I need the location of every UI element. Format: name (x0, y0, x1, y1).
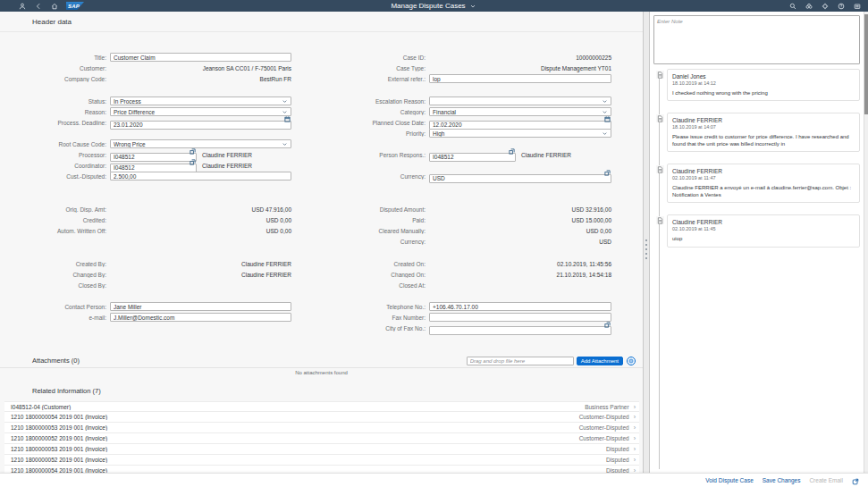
value-help-icon[interactable] (508, 147, 515, 155)
escalation-reason-select[interactable] (429, 97, 611, 105)
orig-disp-value: USD 47.916,00 (110, 206, 291, 213)
telephone-input[interactable] (429, 302, 611, 311)
copilot-binoculars-icon[interactable] (805, 2, 813, 10)
app-title: Manage Dispute Cases (391, 2, 465, 10)
person-respons-input[interactable] (429, 153, 516, 162)
footer-toolbar: Void Dispute Case Save Changes Create Em… (0, 473, 868, 487)
process-deadline-input[interactable] (110, 121, 291, 130)
city-fax-label: City of Fax No.: (347, 325, 429, 332)
related-item-invoice[interactable]: 1210 1800000053 2019 001 (Invoice)Disput… (4, 444, 639, 455)
scrollbar-thumb[interactable] (864, 14, 868, 114)
disputed-amount-value: USD 32.916,00 (429, 206, 611, 213)
status-select[interactable]: In Process (110, 97, 291, 105)
value-help-icon[interactable] (603, 321, 611, 328)
calendar-icon[interactable] (283, 115, 291, 122)
related-item-invoice[interactable]: 1210 1800000053 2019 001 (Invoice)Custom… (4, 423, 639, 433)
created-by-label: Created By: (29, 261, 110, 267)
chevron-right-icon: › (634, 424, 636, 431)
planned-close-input[interactable] (429, 121, 611, 130)
attachments-title: Attachments (0) (32, 357, 467, 365)
planned-close-label: Planned Close Date: (347, 120, 429, 126)
changed-by-label: Changed By: (29, 272, 110, 278)
splitter-grip-icon (645, 239, 647, 259)
panel-splitter[interactable] (643, 12, 650, 487)
created-on-label: Created On: (347, 261, 429, 267)
notes-timeline-line (659, 71, 660, 469)
search-icon[interactable] (788, 2, 796, 10)
note-card[interactable]: Claudine FERRIER 18.10.2019 at 14:07 Ple… (667, 113, 860, 152)
company-code-label: Company Code: (29, 76, 110, 82)
chevron-right-icon: › (634, 457, 636, 463)
note-card[interactable]: Claudine FERRIER 02.10.2019 at 11:47 Cla… (667, 164, 860, 203)
paid-value: USD 15.000,00 (429, 217, 611, 223)
related-item-invoice[interactable]: 1210 1800000052 2019 001 (Invoice)Custom… (4, 433, 639, 444)
created-by-value: Claudine FERRIER (110, 261, 291, 267)
note-document-icon (656, 71, 664, 79)
coordinator-input[interactable] (110, 164, 197, 172)
city-fax-input[interactable] (429, 326, 611, 335)
note-document-icon (656, 114, 664, 122)
void-dispute-case-button[interactable]: Void Dispute Case (705, 477, 753, 483)
value-help-icon[interactable] (189, 158, 196, 165)
disputed-amount-label: Disputed Amount: (347, 206, 429, 213)
sap-logo: SAP (66, 2, 84, 10)
cust-disputed-label: Cust.-Disputed: (29, 173, 110, 180)
case-id-value: 10000000225 (429, 55, 611, 61)
orig-disp-label: Orig. Disp. Amt: (29, 206, 110, 213)
user-icon[interactable] (18, 2, 26, 10)
chevron-right-icon: › (634, 404, 636, 410)
reason-label: Reason: (29, 109, 110, 115)
processor-label: Processor: (29, 152, 110, 158)
note-card[interactable]: Claudine FERRIER 02.10.2019 at 11:45 uio… (667, 214, 860, 247)
open-in-new-window-icon[interactable] (852, 473, 859, 487)
note-card[interactable]: Daniel Jones 18.10.2019 at 14:12 I check… (667, 69, 860, 101)
changed-on-value: 21.10.2019, 14:54:18 (429, 272, 611, 278)
related-information-list: I048512-04 (Customer)Business Partner› 1… (4, 401, 639, 476)
value-help-icon[interactable] (189, 147, 196, 155)
related-item-invoice[interactable]: 1210 1800000054 2019 001 (Invoice)Custom… (4, 412, 639, 423)
credited-label: Credited: (29, 217, 110, 223)
external-ref-input[interactable] (429, 74, 611, 83)
back-icon[interactable] (34, 2, 42, 10)
vertical-scrollbar[interactable] (864, 12, 868, 487)
attachment-settings-icon[interactable] (627, 357, 636, 365)
chevron-down-icon (601, 97, 608, 105)
cleared-manually-value: USD 0,00 (429, 228, 611, 234)
create-email-button[interactable]: Create Email (809, 477, 843, 483)
calendar-icon[interactable] (603, 115, 611, 122)
created-on-value: 02.10.2019, 11:45:56 (429, 261, 611, 267)
attachment-dropzone-input[interactable] (467, 357, 574, 365)
contact-person-input[interactable] (110, 302, 291, 311)
changed-by-value: Claudine FERRIER (110, 272, 291, 278)
related-item-invoice[interactable]: 1210 1800000052 2019 001 (Invoice)Disput… (4, 455, 639, 466)
title-input[interactable] (110, 53, 291, 62)
case-type-label: Case Type: (347, 65, 429, 71)
customer-value: Jeanson SA CC01 / F-75001 Paris (110, 65, 291, 71)
settings-icon[interactable] (821, 2, 829, 10)
no-attachments-text: No attachments found (0, 370, 643, 375)
add-attachment-button[interactable]: Add Attachment (577, 357, 623, 365)
notifications-icon[interactable] (853, 2, 861, 10)
autom-written-off-value: USD 0,00 (110, 228, 291, 234)
home-icon[interactable] (50, 2, 58, 10)
autom-written-off-label: Autom. Written Off: (29, 228, 110, 234)
changed-on-label: Changed On: (347, 272, 429, 278)
status-label: Status: (29, 98, 110, 105)
email-input[interactable] (110, 313, 291, 322)
note-document-icon (656, 216, 664, 224)
save-changes-button[interactable]: Save Changes (763, 477, 801, 483)
value-help-icon[interactable] (603, 169, 611, 176)
closed-by-label: Closed By: (29, 282, 110, 289)
section-title-header-data: Header data (32, 18, 72, 26)
priority-select[interactable]: High (429, 129, 611, 138)
chevron-down-icon[interactable] (469, 2, 477, 10)
cust-disputed-input[interactable] (110, 172, 291, 181)
related-item-business-partner[interactable]: I048512-04 (Customer)Business Partner› (4, 401, 639, 412)
priority-label: Priority: (347, 130, 429, 137)
enter-note-textarea[interactable] (653, 15, 860, 64)
help-icon[interactable] (837, 2, 845, 10)
coordinator-name: Claudine FERRIER (202, 163, 252, 169)
currency-input[interactable] (429, 174, 611, 183)
title-label: Title: (29, 55, 110, 61)
case-type-value: Dispute Management YT01 (429, 65, 611, 71)
